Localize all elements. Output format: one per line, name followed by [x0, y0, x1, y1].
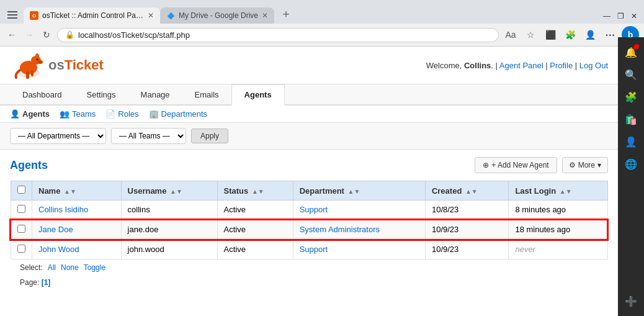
extensions-sidebar-icon[interactable]: 🧩 [621, 87, 641, 107]
col-username[interactable]: Username ▲▼ [121, 181, 217, 201]
collections-icon[interactable]: ⬛ [542, 27, 558, 43]
notifications-icon[interactable]: 🔔 [621, 47, 641, 62]
row3-last-login: never [509, 240, 607, 260]
ost-logo: osTicket [10, 52, 104, 79]
row1-username: collins [121, 201, 217, 220]
teams-subnav-icon: 👥 [60, 109, 69, 119]
tab-osticket-favicon: O [30, 11, 38, 20]
account-icon[interactable]: 👤 [582, 27, 598, 43]
row2-username: jane.doe [121, 220, 217, 240]
apply-button[interactable]: Apply [191, 129, 228, 143]
row1-dept-link[interactable]: Support [300, 205, 328, 214]
new-tab-button[interactable]: ＋ [274, 4, 298, 24]
forward-button[interactable]: → [22, 28, 36, 42]
add-new-agent-button[interactable]: ⊕ + Add New Agent [475, 157, 557, 173]
address-bar: ← → ↻ 🔒 localhost/osTicket/scp/staff.php… [0, 24, 644, 47]
add-icon: ⊕ [483, 161, 489, 169]
more-tools-icon[interactable]: ⋯ [602, 27, 618, 43]
nav-manage[interactable]: Manage [128, 85, 182, 104]
profile-sidebar-icon[interactable]: 👤 [621, 132, 641, 151]
favorites-icon[interactable]: ☆ [522, 27, 539, 43]
row3-created: 10/9/23 [425, 240, 509, 260]
page-info: Page: [1] [10, 276, 608, 289]
shopping-sidebar-icon[interactable]: 🛍️ [621, 109, 641, 129]
svg-rect-10 [26, 71, 29, 79]
logo-text: osTicket [48, 57, 104, 73]
row2-created: 10/9/23 [425, 220, 509, 240]
select-toggle-link[interactable]: Toggle [84, 263, 105, 272]
table-footer: Select: All None Toggle [10, 260, 608, 276]
filters-bar: — All Departments — — All Teams — Apply [0, 123, 618, 150]
svg-point-8 [37, 59, 38, 61]
main-nav: Dashboard Settings Manage Emails Agents [0, 84, 618, 106]
col-status[interactable]: Status ▲▼ [217, 181, 293, 201]
subnav-roles[interactable]: 📄 Roles [105, 109, 138, 119]
translate-sidebar-icon[interactable]: 🌐 [621, 154, 641, 174]
select-all-checkbox[interactable] [17, 186, 25, 194]
lock-icon: 🔒 [65, 30, 74, 39]
col-created[interactable]: Created ▲▼ [425, 181, 509, 201]
row1-checkbox[interactable] [17, 205, 25, 213]
nav-emails[interactable]: Emails [182, 85, 231, 104]
agent-jane-link[interactable]: Jane Doe [38, 225, 73, 234]
row1-last-login: 8 minutes ago [509, 201, 607, 220]
section-title: Agents [10, 159, 48, 172]
refresh-button[interactable]: ↻ [40, 28, 53, 42]
minimize-button[interactable]: — [601, 10, 613, 22]
row2-status: Active [217, 220, 293, 240]
section-actions: ⊕ + Add New Agent ⚙ More ▾ [475, 157, 608, 173]
tab-osticket[interactable]: O osTicket :: Admin Control Panel ✕ [24, 7, 160, 24]
dropdown-arrow-icon: ▾ [597, 161, 601, 169]
address-input[interactable]: 🔒 localhost/osTicket/scp/staff.php [57, 28, 499, 42]
subnav-teams[interactable]: 👥 Teams [60, 109, 96, 119]
back-button[interactable]: ← [5, 28, 19, 42]
subnav-departments[interactable]: 🏢 Departments [149, 109, 207, 119]
nav-settings[interactable]: Settings [74, 85, 128, 104]
sub-nav: 👤 Agents 👥 Teams 📄 Roles 🏢 Departments [0, 106, 618, 123]
svg-rect-2 [7, 17, 17, 19]
select-all-link[interactable]: All [48, 263, 56, 272]
agent-panel-link[interactable]: Agent Panel [499, 61, 543, 70]
row2-checkbox[interactable] [17, 225, 25, 233]
restore-button[interactable]: ❐ [614, 10, 627, 22]
nav-dashboard[interactable]: Dashboard [10, 85, 74, 104]
tab-drive-favicon: 🔷 [166, 11, 175, 20]
table-row: Jane Doe jane.doe Active System Administ… [11, 220, 607, 240]
row1-status: Active [217, 201, 293, 220]
extensions-icon[interactable]: 🧩 [562, 27, 578, 43]
tab-osticket-label: osTicket :: Admin Control Panel [42, 11, 144, 20]
table-row: John Wood john.wood Active Support 10/9/… [11, 240, 607, 260]
agents-subnav-icon: 👤 [10, 109, 20, 119]
departments-subnav-icon: 🏢 [149, 109, 159, 119]
logout-link[interactable]: Log Out [579, 61, 608, 70]
col-last-login[interactable]: Last Login ▲▼ [509, 181, 607, 201]
row3-status: Active [217, 240, 293, 260]
tab-drive-close[interactable]: ✕ [262, 11, 268, 20]
tab-osticket-close[interactable]: ✕ [148, 11, 154, 20]
col-department[interactable]: Department ▲▼ [293, 181, 425, 201]
subnav-agents[interactable]: 👤 Agents [10, 109, 50, 119]
reader-icon[interactable]: Aa [503, 27, 519, 43]
row2-dept-link[interactable]: System Administrators [300, 225, 380, 234]
agent-collins-link[interactable]: Collins Isidiho [38, 205, 88, 214]
col-name[interactable]: Name ▲▼ [32, 181, 122, 201]
tab-drive[interactable]: 🔷 My Drive - Google Drive ✕ [160, 7, 274, 24]
profile-link[interactable]: Profile [550, 61, 573, 70]
select-none-link[interactable]: None [61, 263, 79, 272]
row2-last-login: 18 minutes ago [509, 220, 607, 240]
add-sidebar-icon[interactable]: ➕ [621, 291, 641, 311]
search-sidebar-icon[interactable]: 🔍 [621, 65, 641, 84]
teams-filter[interactable]: — All Teams — [111, 128, 186, 144]
row3-checkbox[interactable] [17, 245, 25, 253]
svg-rect-1 [7, 14, 17, 16]
agents-table: Name ▲▼ Username ▲▼ Status ▲▼ Department… [10, 181, 608, 260]
departments-filter[interactable]: — All Departments — [10, 128, 106, 144]
agent-john-link[interactable]: John Wood [38, 245, 79, 254]
select-label: Select: [20, 263, 43, 272]
close-button[interactable]: ✕ [628, 10, 640, 22]
sidebar-toggle[interactable] [4, 6, 21, 24]
header-welcome: Welcome, Collins. | Agent Panel | Profil… [426, 61, 608, 70]
more-button[interactable]: ⚙ More ▾ [562, 157, 608, 173]
row3-dept-link[interactable]: Support [300, 245, 328, 254]
nav-agents[interactable]: Agents [231, 84, 285, 106]
